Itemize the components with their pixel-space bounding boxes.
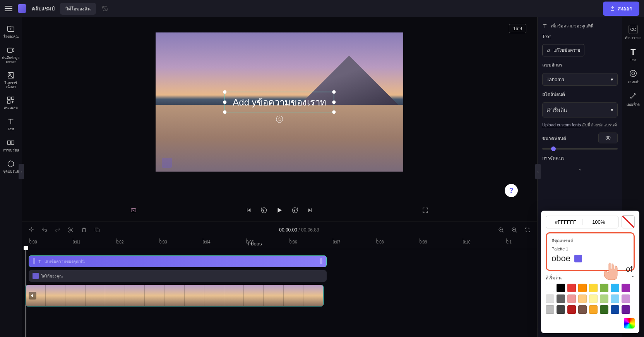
color-swatch[interactable]: [557, 305, 565, 314]
upload-fonts-link[interactable]: Upload custom fonts: [542, 123, 581, 127]
no-color-button[interactable]: [622, 215, 635, 228]
help-button[interactable]: ?: [505, 184, 518, 197]
color-swatch[interactable]: [578, 305, 587, 314]
resize-handle[interactable]: [223, 90, 226, 94]
rotate-handle[interactable]: [276, 116, 283, 123]
grid-plus-icon: [6, 95, 16, 105]
color-swatch[interactable]: [600, 284, 608, 292]
opacity-input[interactable]: [582, 219, 615, 225]
color-swatch[interactable]: [611, 305, 619, 314]
auto-tool-icon[interactable]: [28, 226, 35, 233]
color-swatch[interactable]: [567, 294, 576, 303]
video-thumb: [244, 285, 264, 306]
sidebar-item-library[interactable]: ไลบรารีเนื้อหา: [0, 68, 22, 92]
color-swatch[interactable]: [589, 305, 598, 314]
upload-fonts-suffix: อัปนี้ด้วยชุดแบรนด์: [581, 123, 617, 127]
tab-my-video[interactable]: วิดีโอของฉัน: [60, 3, 96, 15]
camera-icon: [6, 45, 16, 55]
sidebar-item-text[interactable]: Text: [0, 114, 22, 134]
timeline-video-clip[interactable]: [26, 285, 324, 306]
timeline-logo-clip[interactable]: โลโก้ของคุณ: [29, 270, 327, 282]
resize-handle[interactable]: [223, 100, 226, 104]
undo-icon[interactable]: [41, 226, 48, 233]
color-swatch[interactable]: [546, 294, 554, 303]
sidebar-item-transitions[interactable]: การเปลี่ยน: [0, 135, 22, 155]
color-swatch[interactable]: [622, 305, 630, 314]
color-swatch[interactable]: [622, 294, 630, 303]
collapse-icon[interactable]: ⌃: [631, 275, 635, 281]
color-swatch[interactable]: [546, 284, 554, 292]
zoom-in-icon[interactable]: [511, 226, 518, 233]
menu-button[interactable]: [5, 6, 12, 11]
svg-rect-13: [96, 229, 99, 232]
video-thumb: [164, 285, 184, 306]
fullscreen-icon[interactable]: [422, 207, 429, 214]
color-swatch[interactable]: [589, 284, 598, 292]
app-name: คลิปแชมป์: [32, 5, 55, 13]
edit-text-button[interactable]: แก้ไขข้อความ: [542, 44, 584, 56]
effects-tab[interactable]: เอฟเฟ็กต์: [622, 89, 644, 110]
resize-handle[interactable]: [332, 100, 336, 104]
font-size-slider[interactable]: [542, 148, 618, 150]
color-swatch[interactable]: [567, 284, 576, 292]
play-button[interactable]: [276, 207, 283, 214]
copy-icon[interactable]: [94, 226, 101, 233]
redo-icon[interactable]: [54, 226, 61, 233]
split-icon[interactable]: [67, 226, 74, 233]
clip-grip[interactable]: [320, 258, 322, 264]
brand-color-swatch[interactable]: [574, 255, 582, 262]
slider-thumb[interactable]: [551, 146, 556, 151]
circle-icon: [629, 69, 638, 78]
ruler-tick: 0:01: [73, 240, 80, 244]
color-swatch[interactable]: [611, 284, 619, 292]
default-colors-label: สีเริ่มต้น: [546, 274, 562, 281]
svg-rect-3: [8, 97, 10, 99]
color-swatch[interactable]: [589, 294, 598, 303]
brand-colors-highlight: สีชุดแบรนด์ Palette 1 oboe: [546, 232, 635, 271]
export-button[interactable]: ส่งออก: [603, 2, 639, 16]
text-tab[interactable]: T Text: [622, 45, 644, 64]
video-canvas[interactable]: Add yข้อความของเราท: [156, 32, 403, 172]
color-swatch[interactable]: [578, 294, 587, 303]
ai-tools-icon[interactable]: [130, 207, 137, 214]
hex-input[interactable]: [549, 219, 582, 225]
zoom-out-icon[interactable]: [498, 226, 505, 233]
timeline-ruler[interactable]: I boos 0:000:010:020:030:040:050:060:070…: [26, 238, 537, 249]
color-swatch[interactable]: [567, 305, 576, 314]
text-overlay-box[interactable]: Add yข้อความของเราท: [224, 92, 334, 112]
audio-icon[interactable]: [29, 292, 36, 300]
skip-start-icon[interactable]: [245, 207, 252, 214]
ruler-tick: 0:06: [289, 240, 297, 244]
color-swatch[interactable]: [611, 294, 619, 303]
delete-icon[interactable]: [80, 226, 87, 233]
color-hex-field[interactable]: [546, 216, 618, 228]
panel-more-toggle[interactable]: ⌄: [542, 166, 618, 172]
panel-collapse-toggle[interactable]: ‹: [535, 164, 541, 179]
forward-5-icon[interactable]: 5: [291, 207, 298, 214]
color-swatch[interactable]: [557, 294, 565, 303]
zoom-fit-icon[interactable]: [524, 226, 531, 233]
color-swatch[interactable]: [578, 284, 587, 292]
skip-end-icon[interactable]: [307, 207, 314, 214]
color-swatch[interactable]: [600, 294, 608, 303]
font-select[interactable]: Tahoma ▾: [542, 73, 618, 86]
sidebar-item-record[interactable]: บันทึกข้อมูลcreate: [0, 43, 22, 66]
rewind-5-icon[interactable]: 5: [260, 207, 267, 214]
font-size-input[interactable]: [598, 133, 618, 143]
font-style-select[interactable]: ค่าเริ่มต้น ▾: [542, 102, 618, 117]
captions-tab[interactable]: CC คำบรรยาย: [622, 22, 644, 43]
color-swatch[interactable]: [600, 305, 608, 314]
resize-handle[interactable]: [223, 111, 226, 114]
sidebar-item-media[interactable]: สื่อของคุณ: [0, 22, 22, 41]
sidebar-item-templates[interactable]: เทมเพลต: [0, 93, 22, 112]
font-label: แบบอักษร: [542, 61, 618, 68]
layers-tab[interactable]: เลเยอร์: [622, 66, 644, 87]
color-swatch[interactable]: [557, 284, 565, 292]
timeline-text-clip[interactable]: เพิ่มข้อความของคุณที่นี่: [29, 255, 327, 267]
color-swatch[interactable]: [622, 284, 630, 292]
clip-grip[interactable]: [33, 258, 35, 264]
color-swatch[interactable]: [546, 305, 554, 314]
library-icon: [6, 70, 16, 80]
aspect-ratio-button[interactable]: 16:9: [509, 24, 526, 33]
custom-color-button[interactable]: [624, 318, 635, 328]
